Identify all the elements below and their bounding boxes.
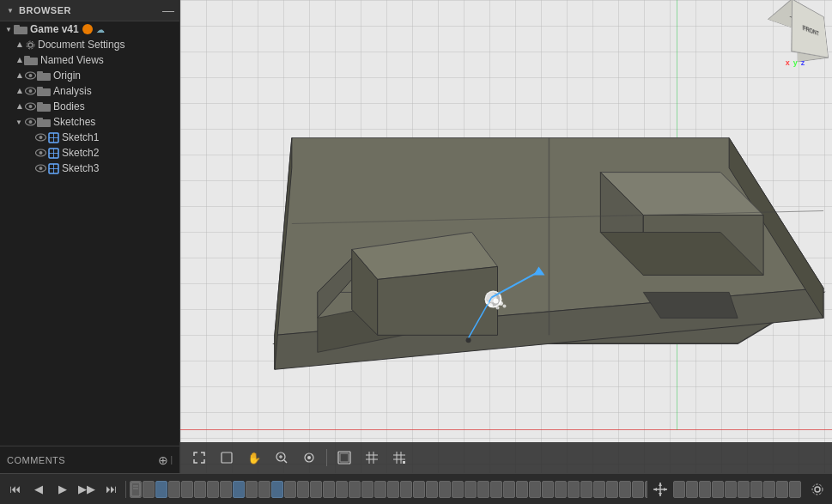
comments-add-button[interactable]: ⊕: [158, 453, 168, 467]
timeline-tick-17[interactable]: [336, 481, 348, 498]
timeline-tick-24[interactable]: [426, 481, 438, 498]
timeline-tick-33[interactable]: [542, 481, 554, 498]
tree-item-bodies[interactable]: ▶ Bodies: [0, 99, 179, 114]
timeline-tick-21[interactable]: [387, 481, 399, 498]
timeline-tick-2[interactable]: [143, 481, 155, 498]
timeline-tick-26[interactable]: [452, 481, 464, 498]
timeline-tick-r3[interactable]: [699, 481, 711, 498]
display-mode-button[interactable]: [332, 446, 356, 470]
eye-icon-origin[interactable]: [24, 70, 36, 82]
tree-area: ▼ Game v41 ☁ ▶: [0, 21, 179, 446]
expand-icon-sketches[interactable]: ▼: [14, 117, 24, 127]
timeline-tick-r6[interactable]: [738, 481, 750, 498]
timeline-tick-r2[interactable]: [686, 481, 698, 498]
timeline-tick-5[interactable]: [181, 481, 193, 498]
tree-item-sketch1[interactable]: ▶ Sketch1: [0, 130, 179, 145]
eye-icon-sketch1[interactable]: [34, 131, 46, 143]
timeline-tick-25[interactable]: [439, 481, 451, 498]
grid-toggle-button[interactable]: [360, 446, 384, 470]
timeline-tick-7[interactable]: [207, 481, 219, 498]
timeline-tick-r9[interactable]: [776, 481, 788, 498]
step-back-button[interactable]: ◀: [27, 478, 50, 501]
tree-item-analysis[interactable]: ▶ Analysis: [0, 83, 179, 99]
timeline-tick-r8[interactable]: [763, 481, 775, 498]
tree-item-doc-settings[interactable]: ▶ Document Settings: [0, 37, 179, 52]
timeline-tick-28[interactable]: [477, 481, 489, 498]
zoom-button[interactable]: [270, 446, 294, 470]
timeline-tick-29[interactable]: [490, 481, 502, 498]
eye-icon-sketches[interactable]: [24, 116, 36, 128]
timeline-tick-30[interactable]: [503, 481, 515, 498]
timeline-settings-button[interactable]: [806, 478, 829, 501]
expand-icon-named-views[interactable]: ▶: [14, 55, 24, 65]
timeline-tick-r4[interactable]: [712, 481, 724, 498]
timeline-tick-15[interactable]: [310, 481, 322, 498]
sidebar-expand-arrow[interactable]: ▼: [5, 5, 15, 15]
timeline-tick-14[interactable]: [297, 481, 309, 498]
look-at-button[interactable]: [297, 446, 321, 470]
sidebar-collapse-button[interactable]: —: [162, 3, 174, 17]
eye-icon-sketch2[interactable]: [34, 147, 46, 159]
viewcube[interactable]: TOP FRONT RIGHT: [774, 10, 811, 60]
move-cursor-button[interactable]: [649, 478, 671, 501]
step-forward-button[interactable]: ▶▶: [76, 478, 98, 501]
timeline-tick-6[interactable]: [194, 481, 206, 498]
tree-item-origin[interactable]: ▶ Origin: [0, 68, 179, 83]
timeline-tick-27[interactable]: [465, 481, 477, 498]
timeline-tick-36[interactable]: [580, 481, 592, 498]
viewcube-container[interactable]: TOP FRONT RIGHT x y z: [765, 7, 825, 67]
timeline-tick-11[interactable]: [258, 481, 270, 498]
expand-icon-game-v41[interactable]: ▼: [3, 24, 14, 34]
timeline-tick-31[interactable]: [516, 481, 528, 498]
timeline-tick-32[interactable]: [529, 481, 541, 498]
timeline-tick-13[interactable]: [284, 481, 296, 498]
timeline-tick-40[interactable]: [632, 481, 644, 498]
expand-icon-analysis[interactable]: ▶: [14, 86, 24, 96]
timeline-tick-3[interactable]: [155, 481, 167, 498]
viewport[interactable]: TOP FRONT RIGHT x y z: [180, 0, 832, 473]
timeline-tick-23[interactable]: [413, 481, 425, 498]
tree-item-sketch3[interactable]: ▶ Sketch3: [0, 161, 179, 176]
timeline-tick-r1[interactable]: [673, 481, 685, 498]
fit-to-window-button[interactable]: [187, 446, 211, 470]
timeline-tick-20[interactable]: [374, 481, 386, 498]
timeline-tick-4[interactable]: [168, 481, 180, 498]
tree-item-named-views[interactable]: ▶ Named Views: [0, 52, 179, 68]
expand-icon-doc-settings[interactable]: ▶: [14, 39, 24, 50]
eye-icon-sketch3[interactable]: [34, 162, 46, 174]
tree-item-game-v41[interactable]: ▼ Game v41 ☁: [0, 21, 179, 37]
expand-icon-origin[interactable]: ▶: [14, 70, 24, 81]
eye-icon-bodies[interactable]: [24, 100, 36, 112]
timeline-tick-41[interactable]: [645, 481, 647, 498]
timeline-tick-r10[interactable]: [789, 481, 801, 498]
timeline-tick-35[interactable]: [568, 481, 580, 498]
svg-marker-96: [659, 493, 662, 496]
skip-end-button[interactable]: ⏭: [100, 478, 122, 501]
timeline-tick-r7[interactable]: [750, 481, 762, 498]
timeline-tick-16[interactable]: [323, 481, 335, 498]
timeline-tick-1[interactable]: [130, 481, 142, 498]
timeline-tick-18[interactable]: [349, 481, 361, 498]
svg-point-70: [486, 301, 489, 304]
timeline-tick-22[interactable]: [400, 481, 412, 498]
timeline-tick-r5[interactable]: [725, 481, 737, 498]
timeline-tick-37[interactable]: [593, 481, 605, 498]
eye-icon-analysis[interactable]: [24, 85, 36, 97]
timeline-tick-34[interactable]: [555, 481, 567, 498]
expand-icon-bodies[interactable]: ▶: [14, 101, 24, 112]
pan-button[interactable]: ✋: [242, 446, 266, 470]
timeline-tick-10[interactable]: [246, 481, 258, 498]
timeline-tick-38[interactable]: [606, 481, 618, 498]
tree-item-sketch2[interactable]: ▶ Sketch2: [0, 145, 179, 161]
timeline-tick-9[interactable]: [233, 481, 245, 498]
grid-settings-button[interactable]: [387, 446, 411, 470]
axis-x-label: x: [786, 58, 790, 67]
tree-item-sketches[interactable]: ▼ Sketches: [0, 114, 179, 130]
orbit-button[interactable]: [215, 446, 239, 470]
timeline-tick-12[interactable]: [271, 481, 283, 498]
timeline-tick-8[interactable]: [220, 481, 232, 498]
play-button[interactable]: ▶: [52, 478, 74, 501]
skip-start-button[interactable]: ⏮: [3, 478, 26, 501]
timeline-tick-39[interactable]: [619, 481, 631, 498]
timeline-tick-19[interactable]: [361, 481, 373, 498]
